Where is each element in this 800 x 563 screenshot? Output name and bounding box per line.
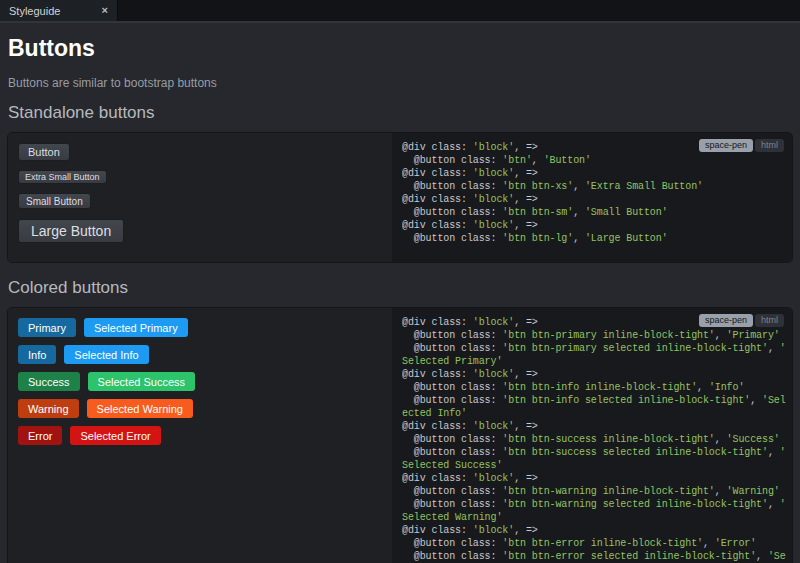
example-button-button[interactable]: Button (18, 143, 70, 161)
code-line: ected Info' (402, 407, 788, 420)
code-line: @button class: 'btn btn-info inline-bloc… (402, 381, 788, 394)
code-line: @div class: 'block', => (402, 524, 788, 537)
code-line: @div class: 'block', => (402, 167, 788, 180)
code-line: @button class: 'btn btn-warning selected… (402, 498, 788, 511)
tab-title: Styleguide (9, 5, 60, 17)
example-button-selected-error[interactable]: Selected Error (70, 426, 160, 445)
code-line: @button class: 'btn btn-warning inline-b… (402, 485, 788, 498)
button-row-info: InfoSelected Info (18, 345, 149, 364)
badge-space-pen[interactable]: space-pen (699, 314, 753, 327)
code-line: @button class: 'btn btn-xs', 'Extra Smal… (402, 180, 788, 193)
code-line: Selected Success' (402, 459, 788, 472)
example-code-standalone: space-penhtml @div class: 'block', => @b… (392, 133, 792, 262)
code-line: @button class: 'btn btn-lg', 'Large Butt… (402, 232, 788, 245)
code-line: @button class: 'btn btn-info selected in… (402, 394, 788, 407)
example-button-extra-small-button[interactable]: Extra Small Button (18, 170, 107, 184)
code-line: @button class: 'btn btn-primary selected… (402, 342, 788, 355)
button-row-primary: PrimarySelected Primary (18, 318, 188, 337)
code-line: @div class: 'block', => (402, 193, 788, 206)
example-button-small-button[interactable]: Small Button (18, 193, 91, 209)
code-line: @div class: 'block', => (402, 472, 788, 485)
badge-html[interactable]: html (755, 139, 784, 152)
example-button-warning[interactable]: Warning (18, 399, 79, 418)
example-rendered-standalone: ButtonExtra Small ButtonSmall ButtonLarg… (8, 133, 392, 262)
code-line: @button class: 'btn btn-error inline-blo… (402, 537, 788, 550)
close-icon[interactable]: × (102, 5, 108, 16)
section-heading-standalone: Standalone buttons (8, 103, 793, 123)
code-line: Selected Warning' (402, 511, 788, 524)
code-line: @button class: 'btn btn-success inline-b… (402, 433, 788, 446)
example-button-selected-warning[interactable]: Selected Warning (87, 399, 193, 418)
code-line: @button class: 'btn', 'Button' (402, 154, 788, 167)
code-line: @div class: 'block', => (402, 420, 788, 433)
code-line: @button class: 'btn btn-primary inline-b… (402, 329, 788, 342)
code-block-colored: @div class: 'block', => @button class: '… (402, 316, 788, 563)
example-button-error[interactable]: Error (18, 426, 62, 445)
example-rendered-colored: PrimarySelected PrimaryInfoSelected Info… (8, 308, 392, 563)
code-line: @button class: 'btn btn-sm', 'Small Butt… (402, 206, 788, 219)
code-line: Selected Primary' (402, 355, 788, 368)
example-button-large-button[interactable]: Large Button (18, 219, 124, 243)
tab-styleguide[interactable]: Styleguide × (0, 0, 118, 21)
example-button-selected-primary[interactable]: Selected Primary (84, 318, 188, 337)
button-row-error: ErrorSelected Error (18, 426, 161, 445)
badge-space-pen[interactable]: space-pen (699, 139, 753, 152)
code-badges: space-penhtml (699, 139, 784, 152)
example-button-selected-info[interactable]: Selected Info (64, 345, 148, 364)
page-subtitle: Buttons are similar to bootstrap buttons (8, 76, 793, 90)
example-button-primary[interactable]: Primary (18, 318, 76, 337)
button-row-warning: WarningSelected Warning (18, 399, 193, 418)
page-title: Buttons (8, 35, 793, 62)
example-code-colored: space-penhtml @div class: 'block', => @b… (392, 308, 792, 563)
example-button-success[interactable]: Success (18, 372, 80, 391)
code-line: @div class: 'block', => (402, 219, 788, 232)
styleguide-panel: Buttons Buttons are similar to bootstrap… (0, 23, 800, 563)
example-button-info[interactable]: Info (18, 345, 56, 364)
code-line: @button class: 'btn btn-error selected i… (402, 550, 788, 563)
button-row-success: SuccessSelected Success (18, 372, 195, 391)
code-line: @div class: 'block', => (402, 368, 788, 381)
section-heading-colored: Colored buttons (8, 278, 793, 298)
code-block-standalone: @div class: 'block', => @button class: '… (402, 141, 788, 245)
example-colored: PrimarySelected PrimaryInfoSelected Info… (7, 307, 793, 563)
code-badges: space-penhtml (699, 314, 784, 327)
example-standalone: ButtonExtra Small ButtonSmall ButtonLarg… (7, 132, 793, 263)
tab-bar: Styleguide × (0, 0, 800, 23)
code-line: @button class: 'btn btn-success selected… (402, 446, 788, 459)
example-button-selected-success[interactable]: Selected Success (88, 372, 195, 391)
badge-html[interactable]: html (755, 314, 784, 327)
